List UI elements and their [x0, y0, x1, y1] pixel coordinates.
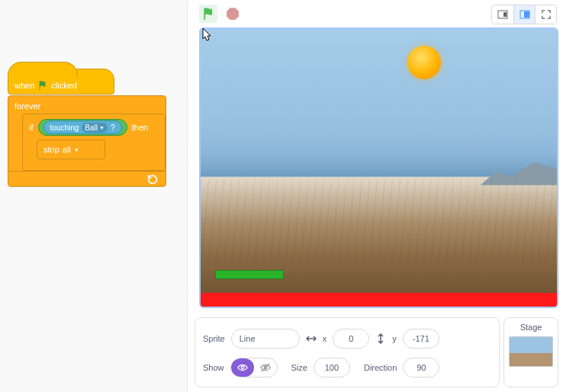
hide-button[interactable] [254, 358, 277, 377]
x-axis-icon [306, 333, 317, 344]
svg-rect-4 [524, 11, 529, 18]
stage-selector[interactable]: Stage [503, 317, 558, 387]
large-stage-button[interactable] [513, 5, 535, 24]
stop-arg: all [63, 145, 71, 154]
sprite-info-panel: Sprite x y Show Size Direction [195, 317, 500, 387]
y-label: y [392, 334, 397, 343]
backdrop-deck [201, 179, 557, 262]
sprite-label: Sprite [203, 334, 225, 343]
touching-arg: Ball [85, 124, 98, 132]
block-text-clicked: clicked [51, 81, 77, 90]
loop-arrow-icon [147, 174, 158, 185]
block-text-qmark: ? [111, 124, 115, 132]
block-text-then: then [132, 123, 148, 132]
block-text-touching: touching [50, 124, 79, 132]
size-input[interactable] [314, 358, 350, 378]
sprite-name-input[interactable] [231, 329, 300, 349]
touching-dropdown[interactable]: Ball ▼ [82, 123, 108, 133]
block-text-forever: forever [14, 101, 40, 111]
x-input[interactable] [333, 329, 369, 349]
sprite-paddle[interactable] [215, 270, 284, 279]
stop-button[interactable] [224, 5, 242, 23]
block-text-when: when [14, 81, 34, 90]
stage-canvas[interactable] [199, 27, 558, 308]
block-stop[interactable]: stop all ▼ [37, 140, 105, 159]
direction-label: Direction [364, 363, 397, 372]
green-flag-button[interactable] [199, 5, 217, 23]
block-text-if: if [29, 123, 34, 132]
visibility-toggle [230, 358, 278, 378]
direction-input[interactable] [403, 358, 439, 378]
block-if-then[interactable]: if touching Ball ▼ ? then [22, 114, 166, 171]
svg-rect-2 [503, 12, 507, 17]
show-button[interactable] [231, 358, 254, 377]
sprite-line[interactable] [201, 293, 557, 307]
fullscreen-button[interactable] [535, 5, 556, 24]
x-label: x [323, 334, 327, 343]
stage-size-controls [491, 5, 557, 24]
chevron-down-icon: ▼ [99, 125, 105, 130]
green-flag-icon [37, 80, 48, 91]
small-stage-button[interactable] [492, 5, 513, 24]
block-touching[interactable]: touching Ball ▼ ? [43, 120, 122, 134]
mouse-cursor-icon [199, 27, 214, 44]
boolean-slot[interactable]: touching Ball ▼ ? [38, 119, 127, 136]
size-label: Size [291, 363, 307, 372]
blocks-workspace[interactable]: when clicked forever if touching Ba [0, 0, 188, 392]
stage-label: Stage [520, 323, 542, 332]
y-input[interactable] [403, 329, 439, 349]
sprite-ball[interactable] [407, 46, 441, 79]
block-when-flag-clicked[interactable]: when clicked [8, 69, 114, 95]
y-axis-icon [375, 333, 386, 344]
show-label: Show [203, 363, 224, 372]
script-stack[interactable]: when clicked forever if touching Ba [8, 69, 166, 187]
svg-marker-0 [227, 8, 239, 20]
svg-point-5 [241, 366, 244, 369]
block-forever[interactable]: forever if touching Ball ▼ ? [8, 95, 166, 187]
chevron-down-icon[interactable]: ▼ [74, 147, 79, 153]
block-text-stop: stop [43, 145, 60, 154]
stage-thumbnail[interactable] [509, 336, 553, 367]
